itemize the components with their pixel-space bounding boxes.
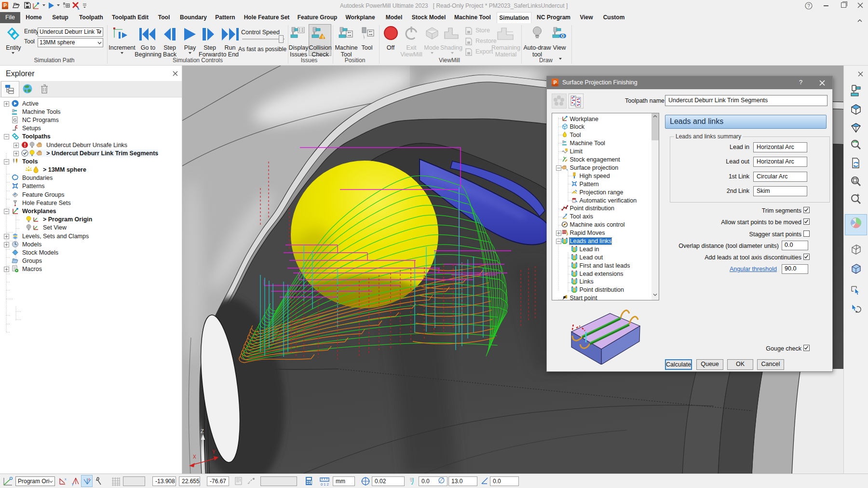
svg-text:x: x bbox=[65, 477, 67, 481]
svg-text:?: ? bbox=[807, 3, 810, 9]
svg-text:X: X bbox=[193, 454, 196, 460]
svg-text:Z: Z bbox=[201, 428, 204, 434]
svg-text:P: P bbox=[554, 80, 557, 85]
svg-text:P: P bbox=[3, 3, 7, 8]
svg-text:0 1 2: 0 1 2 bbox=[321, 482, 329, 486]
svg-text:G: G bbox=[13, 118, 16, 122]
svg-text:!: ! bbox=[323, 35, 324, 40]
svg-text:z: z bbox=[88, 477, 90, 481]
svg-text:y: y bbox=[72, 482, 74, 486]
svg-text:Y: Y bbox=[212, 449, 216, 455]
